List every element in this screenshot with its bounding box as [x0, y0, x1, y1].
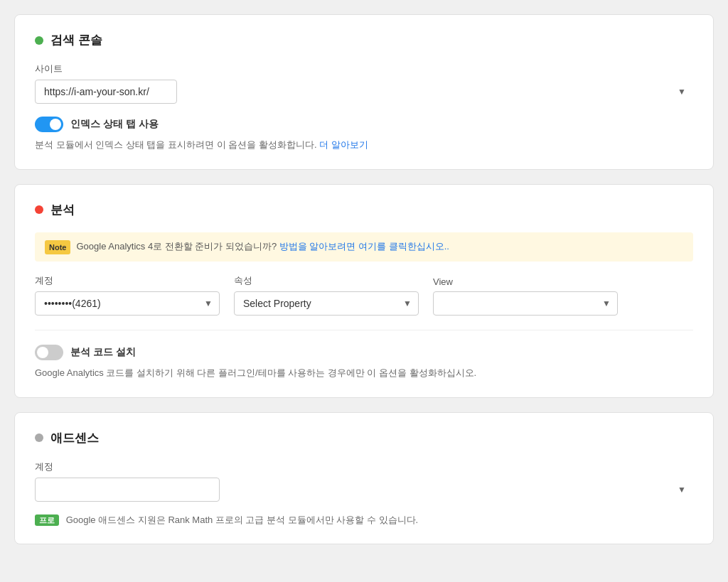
account-field-group: 계정 ••••••••(4261) ▼ [35, 274, 220, 316]
adsense-card: 애드센스 계정 ▼ 프로 Google 애드센스 지원은 Rank Math 프… [14, 412, 714, 545]
view-select-wrapper[interactable]: ▼ [433, 291, 618, 316]
account-select-wrapper[interactable]: ••••••••(4261) ▼ [35, 291, 220, 316]
code-install-toggle-row: 분석 코드 설치 [35, 345, 693, 360]
adsense-pro-text: 프로 Google 애드센스 지원은 Rank Math 프로의 고급 분석 모… [35, 513, 693, 527]
analytics-note-box: Note Google Analytics 4로 전환할 준비가 되었습니까? … [35, 232, 693, 262]
view-field-group: View ▼ [433, 276, 618, 316]
property-select-wrapper[interactable]: Select Property ▼ [234, 291, 419, 316]
view-select[interactable] [433, 291, 618, 316]
property-select[interactable]: Select Property [234, 291, 419, 316]
search-console-status-dot [35, 36, 43, 45]
analytics-header: 분석 [35, 202, 693, 218]
property-label: 속성 [234, 274, 419, 287]
adsense-title: 애드센스 [50, 430, 99, 446]
adsense-status-dot [35, 433, 43, 442]
adsense-account-field-group: 계정 ▼ [35, 460, 693, 502]
note-badge: Note [45, 240, 70, 255]
index-tab-toggle-row: 인덱스 상태 탭 사용 [35, 117, 693, 132]
site-select[interactable]: https://i-am-your-son.kr/ [35, 80, 177, 104]
site-field-group: 사이트 https://i-am-your-son.kr/ ▼ [35, 63, 693, 104]
index-tab-toggle[interactable] [35, 117, 63, 132]
account-label: 계정 [35, 274, 220, 287]
index-tab-toggle-knob [50, 119, 61, 130]
code-install-toggle-label: 분석 코드 설치 [70, 346, 136, 359]
site-select-chevron-icon: ▼ [678, 87, 686, 97]
analytics-title: 분석 [50, 202, 75, 218]
adsense-account-label: 계정 [35, 460, 693, 473]
adsense-account-select[interactable] [35, 478, 220, 502]
search-console-card: 검색 콘솔 사이트 https://i-am-your-son.kr/ ▼ 인덱… [14, 14, 714, 170]
search-console-title: 검색 콘솔 [50, 32, 102, 48]
note-text: Google Analytics 4로 전환할 준비가 되었습니까? 방법을 알… [76, 239, 449, 254]
view-label: View [433, 276, 618, 287]
adsense-header: 애드센스 [35, 430, 693, 446]
account-select[interactable]: ••••••••(4261) [35, 291, 220, 316]
index-tab-helper: 분석 모듈에서 인덱스 상태 탭을 표시하려면 이 옵션을 활성화합니다. 더 … [35, 138, 693, 152]
code-install-toggle-knob [37, 347, 48, 358]
index-tab-toggle-label: 인덱스 상태 탭 사용 [70, 118, 159, 131]
pro-badge: 프로 [35, 514, 59, 526]
property-field-group: 속성 Select Property ▼ [234, 274, 419, 316]
adsense-account-select-wrapper[interactable]: ▼ [35, 478, 693, 502]
code-install-toggle[interactable] [35, 345, 63, 360]
adsense-account-chevron-icon: ▼ [678, 485, 686, 495]
analytics-divider [35, 330, 693, 330]
analytics-card: 분석 Note Google Analytics 4로 전환할 준비가 되었습니… [14, 184, 714, 398]
analytics-status-dot [35, 205, 43, 214]
analytics-fields-row: 계정 ••••••••(4261) ▼ 속성 Select Property ▼… [35, 274, 693, 316]
code-install-helper: Google Analytics 코드를 설치하기 위해 다른 플러그인/테마를… [35, 366, 693, 380]
site-label: 사이트 [35, 63, 693, 75]
site-select-wrapper[interactable]: https://i-am-your-son.kr/ ▼ [35, 80, 693, 104]
note-link[interactable]: 방법을 알아보려면 여기를 클릭한십시오.. [279, 241, 449, 252]
search-console-header: 검색 콘솔 [35, 32, 693, 48]
index-tab-learn-more-link[interactable]: 더 알아보기 [319, 139, 368, 150]
